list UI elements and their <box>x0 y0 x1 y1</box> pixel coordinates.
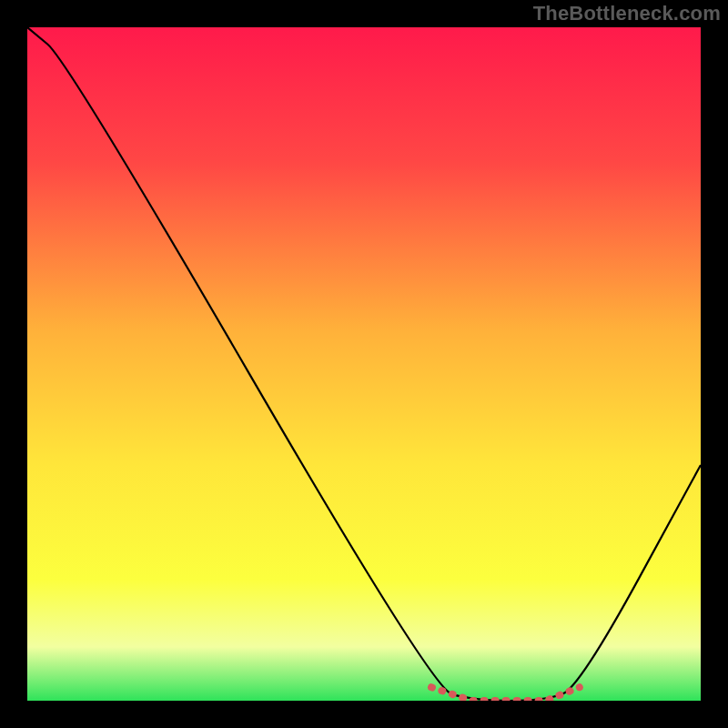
bottleneck-plot <box>27 27 701 701</box>
plot-svg <box>27 27 701 701</box>
plot-background <box>27 27 701 701</box>
watermark-label: TheBottleneck.com <box>533 2 721 25</box>
chart-frame: TheBottleneck.com <box>0 0 728 728</box>
